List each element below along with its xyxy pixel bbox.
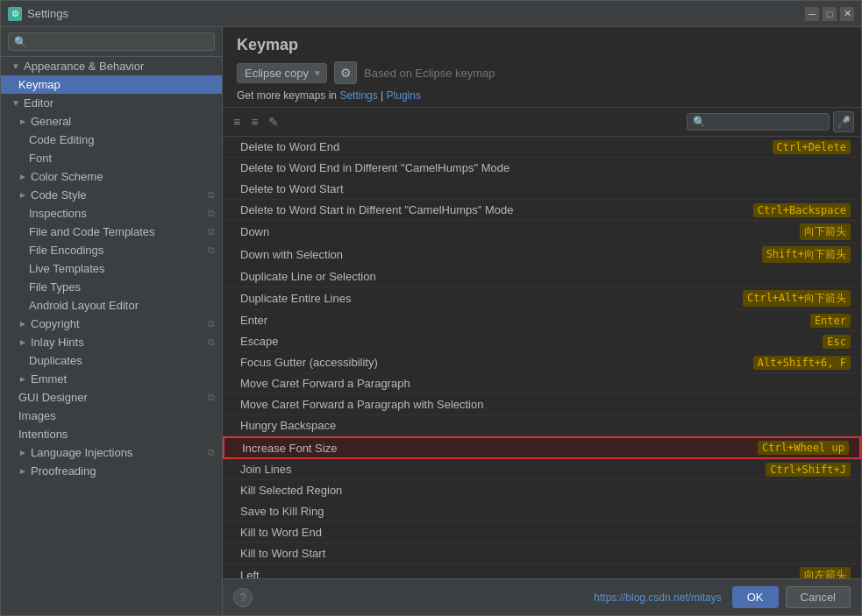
sidebar-item-emmet[interactable]: ► Emmet [1,370,222,388]
sidebar-item-color-scheme[interactable]: ► Color Scheme [1,167,222,186]
minimize-button[interactable]: ─ [805,7,819,21]
sidebar: 🔍 ▼ Appearance & Behavior Keymap ▼ Edito… [1,27,223,615]
help-button[interactable]: ? [233,588,253,607]
close-button[interactable]: ✕ [840,7,854,21]
keybind-name-down-selection: Down with Selection [240,248,762,261]
keybind-shortcut-focus-gutter: Alt+Shift+6, F [753,356,851,370]
keybind-row-focus-gutter[interactable]: Focus Gutter (accessibility)Alt+Shift+6,… [223,352,861,373]
inlay-hints-label: Inlay Hints [31,336,204,349]
duplicates-label: Duplicates [29,354,215,367]
copyright-arrow: ► [18,319,27,329]
keymap-dropdown[interactable]: Eclipse copy [237,63,327,83]
sidebar-item-intentions[interactable]: Intentions [1,425,222,443]
keybind-name-kill-selected-region: Kill Selected Region [240,484,851,497]
keybind-name-hungry-backspace: Hungry Backspace [240,419,851,432]
sidebar-item-file-code-templates[interactable]: File and Code Templates ⧉ [1,223,222,241]
toolbar-row: ≡ ≡ ✎ 🔍 🎤 [223,108,861,137]
sidebar-item-gui-designer[interactable]: GUI Designer ⧉ [1,388,222,407]
appearance-label: Appearance & Behavior [24,60,215,73]
keybind-row-delete-word-end-camel[interactable]: Delete to Word End in Different "CamelHu… [223,158,861,179]
toolbar-btn-2[interactable]: ≡ [247,113,261,131]
proofreading-arrow: ► [18,466,27,476]
emmet-arrow: ► [18,374,27,384]
color-scheme-arrow: ► [18,172,27,181]
android-layout-label: Android Layout Editor [29,299,215,312]
keybind-row-duplicate-line[interactable]: Duplicate Line or Selection [223,266,861,287]
file-encodings-label: File Encodings [29,244,204,257]
sidebar-item-proofreading[interactable]: ► Proofreading [1,462,222,480]
keybind-row-down-selection[interactable]: Down with SelectionShift+向下箭头 [223,244,861,266]
keybind-row-kill-word-end[interactable]: Kill to Word End [223,522,861,543]
sidebar-item-appearance[interactable]: ▼ Appearance & Behavior [1,57,222,75]
app-icon: ⚙ [8,7,22,21]
main-content: 🔍 ▼ Appearance & Behavior Keymap ▼ Edito… [1,27,861,615]
sidebar-item-android-layout[interactable]: Android Layout Editor [1,296,222,315]
keybind-search-input[interactable] [709,116,823,128]
sidebar-search-icon: 🔍 [14,36,27,48]
keybind-name-delete-word-start: Delete to Word Start [240,182,851,195]
sidebar-item-copyright[interactable]: ► Copyright ⧉ [1,315,222,333]
sidebar-item-live-templates[interactable]: Live Templates [1,259,222,278]
window-controls: ─ □ ✕ [805,7,854,21]
sidebar-item-editor[interactable]: ▼ Editor [1,94,222,112]
mic-button[interactable]: 🎤 [833,111,854,132]
keybind-row-hungry-backspace[interactable]: Hungry Backspace [223,415,861,436]
sidebar-search-box: 🔍 [1,27,222,57]
keybind-row-join-lines[interactable]: Join LinesCtrl+Shift+J [223,459,861,480]
sidebar-item-inspections[interactable]: Inspections ⧉ [1,204,222,223]
keybind-name-move-caret-fwd-para: Move Caret Forward a Paragraph [240,377,851,390]
keybind-name-move-caret-fwd-para-sel: Move Caret Forward a Paragraph with Sele… [240,398,851,411]
keybind-row-enter[interactable]: EnterEnter [223,310,861,331]
sidebar-item-inlay-hints[interactable]: ► Inlay Hints ⧉ [1,333,222,351]
keybind-row-move-caret-fwd-para[interactable]: Move Caret Forward a Paragraph [223,373,861,394]
sidebar-item-general[interactable]: ► General [1,112,222,131]
keybind-shortcut-enter: Enter [810,314,851,328]
keymap-dropdown-container: Eclipse copy ▼ [237,63,327,83]
keybind-shortcut-increase-font-size: Ctrl+Wheel up [758,441,849,455]
ok-button[interactable]: OK [732,586,779,608]
keybind-row-increase-font-size[interactable]: Increase Font SizeCtrl+Wheel up [223,436,861,459]
settings-link[interactable]: Settings [339,89,377,102]
keybind-row-save-kill-ring[interactable]: Save to Kill Ring [223,501,861,522]
keybind-row-kill-selected-region[interactable]: Kill Selected Region [223,480,861,501]
keybind-row-delete-word-start-camel[interactable]: Delete to Word Start in Different "Camel… [223,200,861,221]
sidebar-item-keymap[interactable]: Keymap [1,75,222,94]
sidebar-item-font[interactable]: Font [1,149,222,167]
panel-header: Keymap Eclipse copy ▼ ⚙ Based on Eclipse… [223,27,861,108]
toolbar-edit-btn[interactable]: ✎ [265,113,282,131]
keybind-row-duplicate-entire[interactable]: Duplicate Entire LinesCtrl+Alt+向下箭头 [223,287,861,310]
sidebar-item-code-style[interactable]: ► Code Style ⧉ [1,186,222,204]
keybind-row-escape[interactable]: EscapeEsc [223,331,861,352]
keymap-gear-button[interactable]: ⚙ [334,61,357,84]
keymap-label: Keymap [18,78,215,91]
keybind-row-delete-word-end[interactable]: Delete to Word EndCtrl+Delete [223,137,861,158]
panel-title: Keymap [237,36,847,54]
cancel-button[interactable]: Cancel [786,586,851,608]
keybind-row-kill-word-start[interactable]: Kill to Word Start [223,543,861,564]
lang-injections-arrow: ► [18,448,27,457]
file-code-templates-label: File and Code Templates [29,225,204,238]
keybind-row-delete-word-start[interactable]: Delete to Word Start [223,179,861,200]
plugins-link[interactable]: Plugins [387,89,421,102]
keybind-shortcut-down-selection: Shift+向下箭头 [762,246,851,263]
keybind-name-duplicate-line: Duplicate Line or Selection [240,270,851,283]
file-encodings-copy-icon: ⧉ [208,244,215,256]
lang-injections-copy-icon: ⧉ [208,447,215,458]
intentions-label: Intentions [18,428,215,441]
keybind-row-left[interactable]: Left向左箭头 [223,564,861,578]
sidebar-item-file-encodings[interactable]: File Encodings ⧉ [1,241,222,259]
sidebar-item-duplicates[interactable]: Duplicates [1,351,222,370]
maximize-button[interactable]: □ [823,7,837,21]
sidebar-item-file-types[interactable]: File Types [1,278,222,296]
toolbar-btn-1[interactable]: ≡ [230,113,244,131]
sidebar-item-code-editing[interactable]: Code Editing [1,131,222,149]
keybind-row-down[interactable]: Down向下箭头 [223,221,861,244]
keybind-name-escape: Escape [240,335,823,348]
proofreading-label: Proofreading [31,464,215,478]
sidebar-item-images[interactable]: Images [1,407,222,425]
keybind-row-move-caret-fwd-para-sel[interactable]: Move Caret Forward a Paragraph with Sele… [223,394,861,415]
sidebar-search-input[interactable] [31,35,209,48]
images-label: Images [18,409,215,422]
emmet-label: Emmet [31,372,215,386]
sidebar-item-language-injections[interactable]: ► Language Injections ⧉ [1,443,222,462]
